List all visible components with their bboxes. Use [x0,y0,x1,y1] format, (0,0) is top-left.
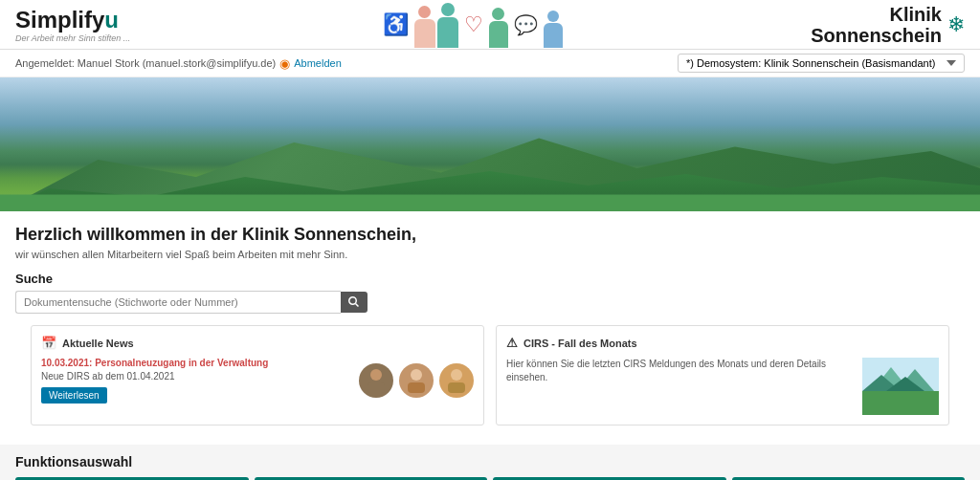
svg-rect-3 [368,382,385,393]
header: Simplifyu Der Arbeit mehr Sinn stiften .… [0,0,980,50]
news-card-subtitle: Neue DIRS ab dem 01.04.2021 [41,371,359,382]
svg-point-6 [451,369,462,381]
logo-u: u [104,7,119,33]
cards-row: 📅 Aktuelle News 10.03.2021: Personalneuz… [15,325,965,437]
avatar-3 [439,363,474,398]
user-icon: ◉ [279,56,290,71]
cirs-mountain-illustration [862,358,939,415]
cirs-card: ⚠ CIRS - Fall des Monats Hier können Sie… [496,325,949,425]
search-button[interactable] [341,292,368,313]
person-silhouette-1 [366,368,387,393]
news-card-icon: 📅 [41,336,56,350]
mountain-svg [862,358,939,415]
svg-rect-5 [408,382,425,393]
person-4-icon [544,11,563,48]
search-input[interactable] [15,291,341,314]
chat-icon: 💬 [514,13,538,36]
svg-point-4 [411,369,422,381]
person-silhouette-3 [446,368,467,393]
news-card-title: Aktuelle News [62,338,134,349]
user-bar: Angemeldet: Manuel Stork (manuel.stork@s… [0,50,980,77]
avatar-1 [359,363,393,398]
cirs-card-title: CIRS - Fall des Monats [523,338,637,349]
hero-image [0,77,980,211]
header-banner: ♿ ♡ 💬 [379,2,563,48]
klinik-name: Klinik [811,4,942,25]
cirs-card-body: Hier können Sie die letzten CIRS Meldung… [506,358,855,384]
logo-subtitle: Der Arbeit mehr Sinn stiften ... [15,33,130,43]
news-avatars [359,363,474,398]
news-card: 📅 Aktuelle News 10.03.2021: Personalneuz… [31,325,484,425]
logout-link[interactable]: Abmelden [294,57,342,69]
svg-rect-7 [448,382,465,393]
news-card-date: 10.03.2021: Personalneuzugang in der Ver… [41,358,359,368]
person-silhouette-2 [406,368,427,393]
system-select[interactable]: *) Demosystem: Klinik Sonnenschein (Basi… [678,54,965,73]
person-2-icon [437,3,458,48]
welcome-heading: Herzlich willkommen in der Klinik Sonnen… [15,225,965,245]
weiterlesen-button[interactable]: Weiterlesen [41,387,107,404]
welcome-subtext: wir wünschen allen Mitarbeitern viel Spa… [15,249,965,260]
svg-point-0 [349,297,357,305]
funktionsauswahl-section: Funktionsauswahl ☷ Dashboard Im Dashboar… [0,445,980,480]
person-1-icon [414,6,435,48]
logo: Simplifyu Der Arbeit mehr Sinn stiften .… [15,7,130,43]
svg-rect-14 [862,391,939,415]
welcome-section: Herzlich willkommen in der Klinik Sonnen… [0,211,980,445]
cirs-card-icon: ⚠ [506,336,518,350]
search-icon [348,296,360,308]
klinik-subtitle: Sonnenschein [811,25,942,46]
heart-icon: ♡ [464,12,483,37]
person-3-icon [489,8,508,48]
avatar-2 [399,363,434,398]
svg-line-1 [356,304,359,307]
klinik-branding: Klinik Sonnenschein ❄ [811,4,965,46]
search-label: Suche [15,272,965,286]
logged-in-text: Angemeldet: Manuel Stork (manuel.stork@s… [15,57,276,69]
search-section: Suche [15,272,965,314]
svg-point-2 [370,369,382,381]
klinik-snowflake-icon: ❄ [947,12,965,37]
funktionsauswahl-title: Funktionsauswahl [15,454,965,469]
logo-title: Simplify [15,7,104,33]
stethoscope-icon: ♿ [383,12,409,37]
